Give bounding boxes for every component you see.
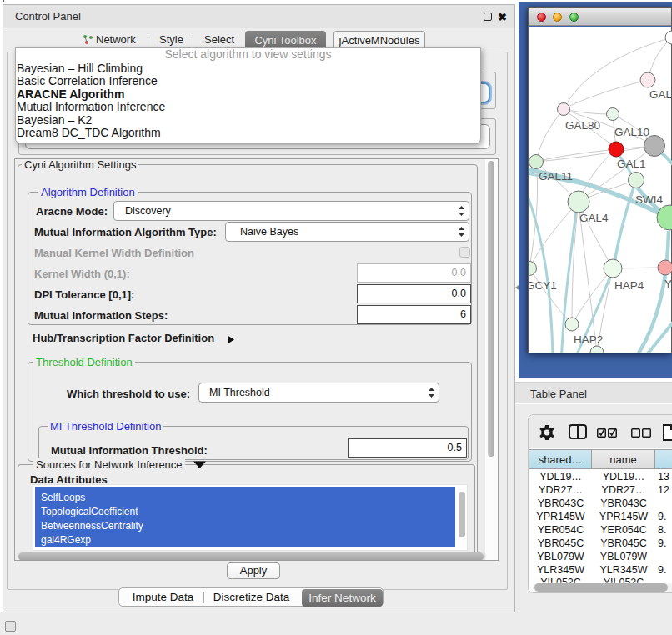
svg-text:GCY1: GCY1: [529, 279, 557, 292]
svg-text:SWI4: SWI4: [635, 193, 663, 206]
svg-text:HAP4: HAP4: [614, 279, 644, 292]
svg-text:HAP2: HAP2: [574, 333, 603, 346]
svg-text:GAL80: GAL80: [565, 119, 600, 132]
svg-text:GAL: GAL: [649, 88, 672, 101]
svg-text:GAL4: GAL4: [579, 212, 609, 224]
svg-text:GAL1: GAL1: [617, 158, 646, 170]
svg-text:GAL10: GAL10: [614, 126, 649, 138]
svg-text:Y: Y: [664, 278, 672, 290]
svg-text:GAL11: GAL11: [539, 170, 573, 182]
